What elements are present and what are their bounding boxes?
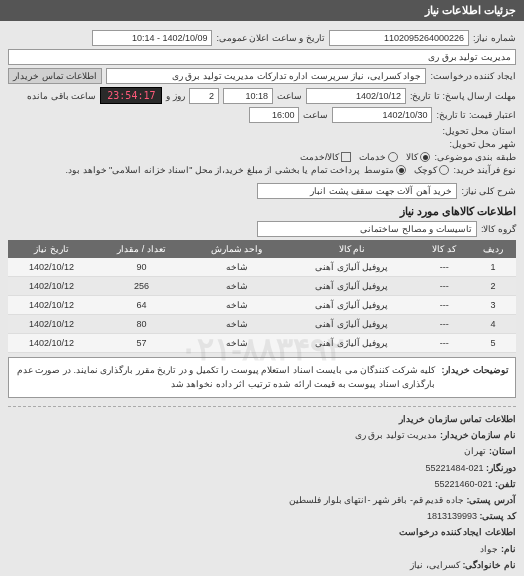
timer-label: ساعت باقی مانده [27, 91, 96, 101]
both-radio[interactable]: کالا/خدمت [300, 152, 352, 162]
process-note: پرداخت تمام یا بخشی از مبلغ خرید،از محل … [8, 165, 360, 175]
footer-section: اطلاعات تماس سازمان خریدار نام سازمان خر… [8, 411, 516, 576]
requester-label: ایجاد کننده درخواست: [430, 71, 516, 81]
footer-title: اطلاعات تماس سازمان خریدار [399, 414, 516, 424]
table-header: کد کالا [418, 240, 470, 258]
request-no-label: شماره نیاز: [473, 33, 516, 43]
note-text: کلیه شرکت کنندگان می بایست اسناد استعلام… [15, 364, 436, 391]
table-header: تاریخ نیاز [8, 240, 95, 258]
table-row: 2---پروفیل آلیاژی آهنیشاخه2561402/10/12 [8, 277, 516, 296]
province-label: استان محل تحویل: [442, 126, 516, 136]
table-row: 4---پروفیل آلیاژی آهنیشاخه801402/10/12 [8, 315, 516, 334]
category-label: طبقه بندی موضوعی: [434, 152, 516, 162]
public-date-label: تاریخ و ساعت اعلان عمومی: [216, 33, 325, 43]
requester: جواد کسرایی، نیاز سرپرست اداره تدارکات م… [106, 68, 426, 84]
medium-radio[interactable]: متوسط [364, 165, 406, 175]
validity-time: 16:00 [249, 107, 299, 123]
table-row: 3---پروفیل آلیاژی آهنیشاخه641402/10/12 [8, 296, 516, 315]
request-no: 1102095264000226 [329, 30, 469, 46]
process-radio-group: کوچک متوسط [364, 165, 449, 175]
table-row: 5---پروفیل آلیاژی آهنیشاخه571402/10/12 [8, 334, 516, 353]
validity-label: اعتبار قیمت: تا تاریخ: [436, 110, 516, 120]
deadline-time: 10:18 [223, 88, 273, 104]
table-header: نام کالا [285, 240, 418, 258]
note-label: توضیحات خریدار: [442, 364, 510, 391]
countdown-timer: 23:54:17 [100, 87, 162, 104]
table-header: ردیف [470, 240, 516, 258]
public-date: 1402/10/09 - 10:14 [92, 30, 212, 46]
table-row: 1---پروفیل آلیاژی آهنیشاخه901402/10/12 [8, 258, 516, 277]
city-label: شهر محل تحویل: [449, 139, 516, 149]
small-radio[interactable]: کوچک [414, 165, 449, 175]
category-radio-group: کالا خدمات کالا/خدمت [300, 152, 431, 162]
items-section-title: اطلاعات کالاهای مورد نیاز [8, 205, 516, 218]
group-value: تاسیسات و مصالح ساختمانی [257, 221, 477, 237]
creator-title: اطلاعات ایجاد کننده درخواست [399, 527, 516, 537]
services-radio[interactable]: خدمات [359, 152, 398, 162]
table-header: تعداد / مقدار [95, 240, 188, 258]
time-label-1: ساعت [277, 91, 302, 101]
goods-radio[interactable]: کالا [406, 152, 430, 162]
process-label: نوع فرآیند خرید: [453, 165, 516, 175]
items-table: ردیفکد کالانام کالاواحد شمارشتعداد / مقد… [8, 240, 516, 353]
days-label: روز و [166, 91, 185, 101]
desc: خرید آهن آلات جهت سقف پشت انبار [257, 183, 457, 199]
buyer-note-box: توضیحات خریدار: کلیه شرکت کنندگان می بای… [8, 357, 516, 398]
time-label-2: ساعت [303, 110, 328, 120]
deadline-label: مهلت ارسال پاسخ: تا تاریخ: [410, 91, 516, 101]
days-remaining: 2 [189, 88, 219, 104]
deadline-date: 1402/10/12 [306, 88, 406, 104]
buyer-unit: مدیریت تولید برق ری [8, 49, 516, 65]
desc-label: شرح کلی نیاز: [461, 186, 516, 196]
table-header: واحد شمارش [188, 240, 286, 258]
buyer-contact-button[interactable]: اطلاعات تماس خریدار [8, 68, 102, 84]
page-header: جزئیات اطلاعات نیاز [0, 0, 524, 21]
validity-date: 1402/10/30 [332, 107, 432, 123]
group-label: گروه کالا: [481, 224, 516, 234]
